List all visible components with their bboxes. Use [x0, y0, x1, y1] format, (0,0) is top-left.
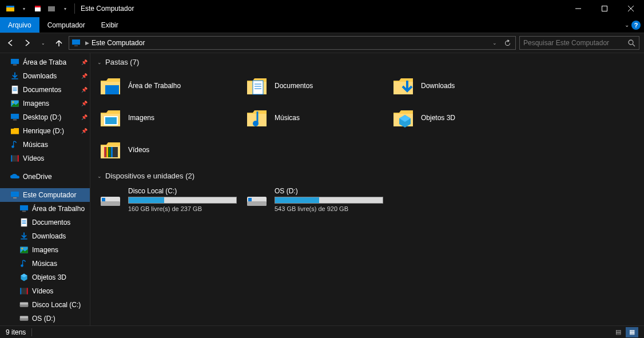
sidebar-quick-item[interactable]: Área de Traba 📌 [0, 55, 90, 69]
svg-rect-61 [101, 201, 120, 206]
svg-point-21 [13, 101, 14, 103]
sidebar-item-label: Vídeos [32, 287, 53, 295]
sidebar-thispc-child[interactable]: Área de Trabalho [0, 202, 90, 216]
status-separator [31, 328, 32, 336]
address-history-icon[interactable]: ⌄ [489, 40, 500, 46]
folder-icon [98, 106, 122, 130]
navigation-bar: ⌄ ▶ Este Computador ⌄ [0, 33, 644, 53]
new-folder-icon[interactable] [46, 3, 57, 14]
svg-point-11 [629, 40, 633, 45]
svg-rect-31 [22, 211, 26, 212]
group-title: Dispositivos e unidades (2) [105, 172, 194, 180]
group-title: Pastas (7) [105, 58, 139, 66]
search-box[interactable] [519, 36, 639, 50]
quick-dropdown-icon[interactable]: ▾ [18, 3, 30, 14]
sidebar-quick-item[interactable]: Músicas [0, 138, 90, 152]
refresh-button[interactable] [500, 39, 514, 47]
view-details-button[interactable]: ▤ [612, 327, 625, 337]
sidebar-this-pc[interactable]: Este Computador [0, 188, 90, 202]
svg-rect-13 [11, 59, 19, 64]
sidebar-thispc-child[interactable]: Músicas [0, 257, 90, 271]
group-header-drives[interactable]: ⌄ Dispositivos e unidades (2) [97, 172, 637, 180]
sidebar-quick-item[interactable]: Henrique (D:) 📌 [0, 124, 90, 138]
folder-item[interactable]: Objetos 3D [390, 104, 527, 132]
up-button[interactable] [53, 37, 65, 49]
ribbon-collapse-icon[interactable]: ⌄ [625, 22, 629, 28]
folder-icon [98, 138, 122, 162]
sidebar-item-label: Objetos 3D [32, 273, 66, 281]
forward-button[interactable] [21, 37, 33, 49]
folder-item[interactable]: Imagens [97, 104, 234, 132]
ribbon-tabs: Arquivo Computador Exibir ⌄ ? [0, 17, 644, 33]
properties-icon[interactable] [32, 3, 43, 14]
sidebar-quick-item[interactable]: Downloads 📌 [0, 69, 90, 83]
sidebar-thispc-child[interactable]: Downloads [0, 229, 90, 243]
navigation-pane[interactable]: Área de Traba 📌 Downloads 📌 Documentos 📌… [0, 53, 90, 325]
folder-icon [245, 74, 269, 98]
sidebar-thispc-child[interactable]: Disco Local (C:) [0, 298, 90, 312]
close-button[interactable] [618, 0, 644, 17]
svg-point-38 [22, 248, 23, 249]
sidebar-thispc-child[interactable]: Imagens [0, 243, 90, 257]
explorer-icon [5, 3, 16, 14]
sidebar-item-label: Imagens [32, 246, 58, 254]
sidebar-thispc-child[interactable]: Vídeos [0, 284, 90, 298]
folder-item[interactable]: Vídeos [97, 136, 234, 164]
svg-line-12 [633, 44, 635, 46]
search-input[interactable] [523, 39, 628, 47]
folder-item[interactable]: Músicas [244, 104, 381, 132]
drive-icon [19, 300, 29, 309]
svg-rect-42 [27, 288, 28, 294]
sidebar-quick-item[interactable]: Documentos 📌 [0, 83, 90, 97]
drive-icon [98, 188, 122, 212]
svg-rect-3 [35, 6, 41, 7]
svg-rect-4 [48, 6, 55, 11]
svg-rect-57 [106, 147, 108, 157]
group-header-folders[interactable]: ⌄ Pastas (7) [97, 58, 637, 66]
group-folders: ⌄ Pastas (7) Área de Trabalho Documentos… [97, 58, 637, 164]
address-bar[interactable]: ▶ Este Computador ⌄ [69, 36, 516, 50]
folder-item[interactable]: Downloads [390, 72, 527, 100]
minimize-button[interactable] [565, 0, 591, 17]
help-icon[interactable]: ? [631, 21, 641, 30]
window-controls [565, 0, 644, 17]
pin-icon: 📌 [81, 59, 88, 65]
back-button[interactable] [5, 37, 17, 49]
svg-rect-10 [74, 45, 78, 46]
address-chevron-icon[interactable]: ▶ [85, 40, 89, 46]
drive-item[interactable]: OS (D:) 543 GB livre(s) de 920 GB [244, 186, 381, 213]
drive-item[interactable]: Disco Local (C:) 160 GB livre(s) de 237 … [97, 186, 234, 213]
sidebar-item-label: Desktop (D:) [23, 113, 61, 121]
folder-item[interactable]: Área de Trabalho [97, 72, 234, 100]
qat-chevron-icon[interactable]: ▾ [59, 3, 71, 14]
tab-computer[interactable]: Computador [39, 17, 93, 33]
sidebar-thispc-child[interactable]: OS (D:) [0, 312, 90, 325]
drive-free-text: 543 GB livre(s) de 920 GB [275, 205, 383, 212]
view-icons-button[interactable]: ▦ [626, 327, 638, 337]
document-icon [10, 85, 19, 94]
maximize-button[interactable] [591, 0, 618, 17]
sidebar-quick-item[interactable]: Desktop (D:) 📌 [0, 110, 90, 124]
recent-dropdown-icon[interactable]: ⌄ [37, 37, 49, 49]
folder-item[interactable]: Documentos [244, 72, 381, 100]
sidebar-item-label: Disco Local (C:) [32, 301, 81, 309]
address-segment[interactable]: Este Computador [92, 39, 145, 47]
sidebar-item-label: Documentos [32, 218, 70, 226]
address-pc-icon [70, 37, 82, 49]
sidebar-item-label: Downloads [32, 232, 66, 240]
svg-rect-47 [105, 85, 119, 94]
sidebar-thispc-child[interactable]: Documentos [0, 216, 90, 229]
tab-view[interactable]: Exibir [93, 17, 126, 33]
svg-rect-36 [21, 238, 27, 240]
search-icon[interactable] [628, 39, 635, 47]
sidebar-onedrive[interactable]: OneDrive [0, 170, 90, 184]
tab-file[interactable]: Arquivo [0, 17, 39, 33]
svg-rect-41 [20, 288, 21, 294]
sidebar-quick-item[interactable]: Imagens 📌 [0, 97, 90, 110]
svg-rect-58 [109, 147, 110, 157]
content-area[interactable]: ⌄ Pastas (7) Área de Trabalho Documentos… [90, 53, 644, 325]
sidebar-thispc-child[interactable]: Objetos 3D [0, 271, 90, 284]
sidebar-item-label: OS (D:) [32, 315, 55, 323]
sidebar-quick-item[interactable]: Vídeos [0, 152, 90, 165]
drive-label: Disco Local (C:) [128, 187, 237, 195]
